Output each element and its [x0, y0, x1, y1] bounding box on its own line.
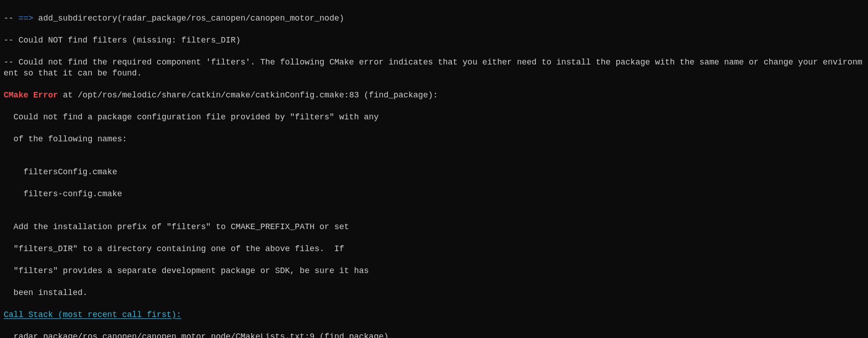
cmake-error-label: CMake Error: [4, 91, 58, 100]
output-line: -- ==> add_subdirectory(radar_package/ro…: [4, 13, 864, 24]
output-line: "filters" provides a separate developmen…: [4, 265, 864, 276]
output-line: filters-config.cmake: [4, 188, 864, 199]
output-line: -- Could not find the required component…: [4, 57, 864, 79]
output-line: of the following names:: [4, 134, 864, 145]
terminal-output[interactable]: -- ==> add_subdirectory(radar_package/ro…: [0, 0, 868, 338]
output-line: CMake Error at /opt/ros/melodic/share/ca…: [4, 90, 864, 101]
output-line: filtersConfig.cmake: [4, 166, 864, 177]
call-stack-link[interactable]: Call Stack (most recent call first):: [4, 310, 181, 319]
line-text: add_subdirectory(radar_package/ros_canop…: [33, 14, 344, 23]
output-line: -- Could NOT find filters (missing: filt…: [4, 35, 864, 46]
line-text: at /opt/ros/melodic/share/catkin/cmake/c…: [58, 91, 438, 100]
call-stack-header: Call Stack (most recent call first):: [4, 309, 864, 320]
output-line: Could not find a package configuration f…: [4, 112, 864, 123]
output-line: Add the installation prefix of "filters"…: [4, 221, 864, 232]
line-prefix: --: [4, 14, 18, 23]
output-line: been installed.: [4, 287, 864, 298]
output-line: radar_package/ros_canopen/canopen_motor_…: [4, 331, 864, 338]
output-line: "filters_DIR" to a directory containing …: [4, 243, 864, 254]
arrow-marker: ==>: [18, 14, 33, 23]
